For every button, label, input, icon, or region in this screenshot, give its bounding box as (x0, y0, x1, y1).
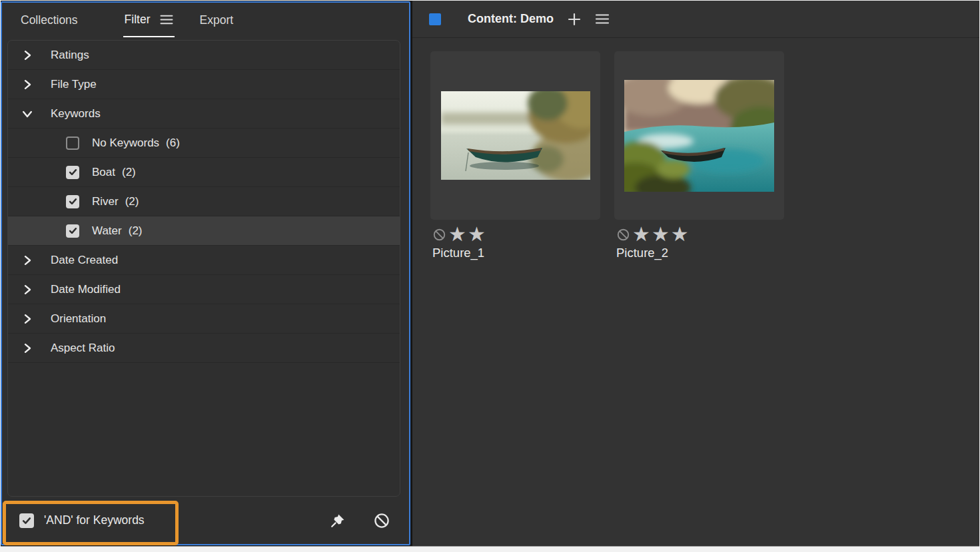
keyword-checkbox-water[interactable] (66, 224, 79, 238)
thumbnail-card-picture-2[interactable] (614, 51, 784, 220)
keyword-label: No Keywords (92, 137, 159, 150)
chevron-down-icon[interactable] (21, 108, 33, 120)
rating-stars[interactable]: ★★ (448, 227, 487, 242)
tab-label: Filter (125, 13, 151, 27)
content-item-picture-2: ★★★Picture_2 (614, 51, 784, 260)
keyword-count: (6) (166, 137, 180, 150)
keyword-checkbox-river[interactable] (66, 195, 79, 208)
tab-label: Export (200, 13, 234, 27)
keyword-checkbox-boat[interactable] (66, 166, 79, 179)
keyword-count: (2) (129, 224, 143, 238)
keyword-label: Water (92, 224, 122, 238)
keyword-row-no-keywords[interactable]: No Keywords(6) (8, 129, 400, 158)
item-meta: ★★★ (614, 227, 784, 242)
panel-tab-bar: CollectionsFilterExport (2, 3, 409, 37)
filter-list: RatingsFile TypeKeywordsNo Keywords(6)Bo… (7, 40, 400, 497)
chevron-right-icon[interactable] (21, 254, 33, 266)
tab-collections[interactable]: Collections (19, 3, 79, 37)
filter-section-label: File Type (51, 78, 97, 91)
filter-section-label: Date Created (51, 254, 118, 267)
content-header: Content: Demo (412, 1, 979, 38)
filter-section-label: Date Modified (51, 283, 121, 296)
footer-icons (330, 512, 390, 529)
keyword-row-river[interactable]: River(2) (8, 187, 400, 216)
thumbnail-card-picture-1[interactable] (430, 51, 600, 220)
clear-filter-icon[interactable] (373, 512, 390, 529)
chevron-right-icon[interactable] (21, 342, 33, 354)
filter-section-date-modified[interactable]: Date Modified (8, 275, 400, 304)
and-keywords-label: 'AND' for Keywords (44, 513, 145, 527)
tab-export[interactable]: Export (199, 3, 235, 37)
item-filename: Picture_2 (614, 246, 784, 260)
application-window: CollectionsFilterExport RatingsFile Type… (1, 1, 979, 547)
chevron-right-icon[interactable] (21, 79, 33, 91)
keyword-label: Boat (92, 166, 115, 179)
tab-filter[interactable]: Filter (123, 3, 175, 37)
checkmark-icon (22, 516, 31, 525)
no-rating-icon[interactable] (616, 228, 630, 242)
item-filename: Picture_1 (430, 246, 600, 260)
filter-section-date-created[interactable]: Date Created (8, 246, 400, 275)
filter-section-orientation[interactable]: Orientation (8, 304, 400, 334)
chevron-right-icon[interactable] (21, 284, 33, 296)
keyword-count: (2) (122, 166, 136, 179)
keyword-checkbox-no-keywords[interactable] (66, 137, 79, 150)
rating-stars[interactable]: ★★★ (632, 227, 690, 242)
and-keywords-checkbox[interactable] (19, 513, 34, 528)
no-rating-icon[interactable] (432, 228, 446, 242)
panel-menu-icon[interactable] (595, 13, 610, 25)
thumbnail-image[interactable] (441, 91, 590, 180)
item-meta: ★★ (430, 227, 600, 242)
filter-section-ratings[interactable]: Ratings (8, 41, 400, 70)
content-grid: ★★Picture_1★★★Picture_2 (412, 38, 979, 260)
folder-color-swatch[interactable] (429, 13, 441, 25)
keyword-row-boat[interactable]: Boat(2) (8, 158, 400, 187)
content-panel: Content: Demo ★★Picture_1★★★Picture_2 (412, 1, 979, 546)
filter-panel-footer: 'AND' for Keywords (2, 497, 409, 544)
filter-section-file-type[interactable]: File Type (8, 70, 400, 99)
tab-label: Collections (21, 13, 78, 27)
filter-section-aspect-ratio[interactable]: Aspect Ratio (8, 334, 400, 363)
keyword-row-water[interactable]: Water(2) (8, 216, 400, 246)
filter-menu-icon[interactable] (160, 15, 173, 25)
filter-section-label: Aspect Ratio (51, 342, 115, 355)
filter-section-label: Ratings (51, 49, 89, 62)
thumbnail-image[interactable] (624, 80, 774, 192)
keyword-label: River (92, 195, 119, 208)
chevron-right-icon[interactable] (21, 49, 33, 61)
filter-section-label: Keywords (51, 107, 101, 121)
keyword-count: (2) (125, 195, 139, 208)
filter-section-label: Orientation (51, 312, 106, 326)
pin-icon[interactable] (330, 513, 346, 529)
filter-panel: CollectionsFilterExport RatingsFile Type… (1, 1, 410, 545)
add-tab-icon[interactable] (567, 12, 582, 27)
content-title: Content: Demo (468, 12, 554, 26)
content-item-picture-1: ★★Picture_1 (430, 51, 600, 260)
chevron-right-icon[interactable] (21, 313, 33, 325)
filter-section-keywords[interactable]: Keywords (8, 99, 400, 129)
